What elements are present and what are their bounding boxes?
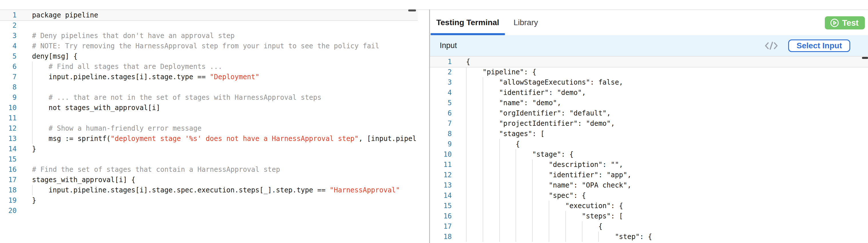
code-line[interactable]: 3 "allowStageExecutions": false, bbox=[430, 77, 868, 88]
indent-guide bbox=[483, 108, 483, 118]
line-number: 1 bbox=[430, 57, 452, 67]
code-line[interactable]: 5deny[msg] { bbox=[0, 51, 418, 62]
code-line[interactable]: 7 input.pipeline.stages[i].stage.type ==… bbox=[0, 72, 418, 82]
code-line[interactable]: 6 "orgIdentifier": "default", bbox=[430, 108, 868, 118]
indent-guide bbox=[565, 211, 566, 221]
code-token: "execution": { bbox=[466, 202, 623, 210]
indent-guide bbox=[549, 221, 549, 232]
indent-guide bbox=[466, 170, 467, 180]
code-token: input.pipeline.stages[i].stage.spec.exec… bbox=[32, 186, 330, 194]
code-line[interactable]: 5 "name": "demo", bbox=[430, 98, 868, 108]
indent-guide bbox=[32, 62, 33, 72]
indent-guide bbox=[483, 221, 483, 232]
code-line[interactable]: 11 bbox=[0, 113, 418, 123]
horizontal-scrollbar-thumb[interactable] bbox=[862, 57, 868, 59]
code-line-content bbox=[32, 154, 418, 164]
code-line[interactable]: 10 not stages_with_approval[i] bbox=[0, 103, 418, 113]
horizontal-scrollbar-thumb[interactable] bbox=[408, 9, 416, 11]
code-icon[interactable] bbox=[765, 41, 778, 50]
code-line[interactable]: 7 "projectIdentifier": "demo", bbox=[430, 118, 868, 129]
line-number: 6 bbox=[430, 108, 452, 118]
line-number: 10 bbox=[0, 103, 17, 113]
code-line[interactable]: 2 bbox=[0, 20, 418, 31]
line-number: 15 bbox=[0, 154, 17, 164]
code-line[interactable]: 15 bbox=[0, 154, 418, 164]
indent-guide bbox=[516, 221, 516, 232]
select-input-button[interactable]: Select Input bbox=[788, 39, 850, 52]
code-line[interactable]: 8 bbox=[0, 82, 418, 92]
indent-guide bbox=[499, 211, 500, 221]
tab-testing-terminal[interactable]: Testing Terminal bbox=[431, 10, 505, 35]
active-tab-underline bbox=[431, 33, 505, 35]
indent-guide bbox=[483, 77, 483, 88]
code-line[interactable]: 14 "spec": { bbox=[430, 190, 868, 201]
test-button[interactable]: Test bbox=[825, 16, 865, 29]
code-line[interactable]: 9 { bbox=[430, 139, 868, 149]
code-line[interactable]: 19} bbox=[0, 195, 418, 206]
code-line[interactable]: 12 "identifier": "app", bbox=[430, 170, 868, 180]
code-line[interactable]: 10 "stage": { bbox=[430, 149, 868, 160]
policy-editor-panel: 1package pipeline23# Deny pipelines that… bbox=[0, 10, 429, 243]
code-line-content: "execution": { bbox=[466, 201, 868, 211]
code-line[interactable]: 17stages_with_approval[i] { bbox=[0, 175, 418, 185]
code-line[interactable]: 8 "stages": [ bbox=[430, 129, 868, 139]
indent-guide bbox=[565, 221, 566, 232]
code-line[interactable]: 9 # ... that are not in the set of stage… bbox=[0, 92, 418, 103]
code-line[interactable]: 16# Find the set of stages that contain … bbox=[0, 164, 418, 175]
code-line[interactable]: 15 "execution": { bbox=[430, 201, 868, 211]
line-number: 2 bbox=[0, 20, 17, 31]
code-token: , [input.pipel bbox=[359, 135, 416, 143]
indent-guide bbox=[499, 221, 500, 232]
indent-guide bbox=[532, 232, 533, 242]
code-line[interactable]: 17 { bbox=[430, 221, 868, 232]
code-line[interactable]: 13 msg := sprintf("deployment stage '%s'… bbox=[0, 134, 418, 144]
code-line-content: # Deny pipelines that don't have an appr… bbox=[32, 31, 418, 41]
indent-guide bbox=[532, 201, 533, 211]
indent-guide bbox=[483, 180, 483, 190]
code-line[interactable]: 12 # Show a human-friendly error message bbox=[0, 123, 418, 134]
code-token: "stage": { bbox=[466, 150, 574, 159]
code-token bbox=[32, 94, 49, 102]
test-button-label: Test bbox=[842, 18, 859, 28]
indent-guide bbox=[466, 67, 467, 77]
code-line[interactable]: 20 bbox=[0, 206, 418, 216]
line-number: 11 bbox=[430, 160, 452, 170]
line-number: 9 bbox=[0, 92, 17, 103]
line-number: 8 bbox=[0, 82, 17, 92]
code-line[interactable]: 2 "pipeline": { bbox=[430, 67, 868, 77]
code-line[interactable]: 3# Deny pipelines that don't have an app… bbox=[0, 31, 418, 41]
code-line[interactable]: 11 "description": "", bbox=[430, 160, 868, 170]
code-line-content: input.pipeline.stages[i].stage.spec.exec… bbox=[32, 185, 418, 195]
code-line[interactable]: 4# NOTE: Try removing the HarnessApprova… bbox=[0, 41, 418, 51]
indent-guide bbox=[32, 82, 33, 92]
code-line[interactable]: 14} bbox=[0, 144, 418, 154]
code-line-content: deny[msg] { bbox=[32, 51, 418, 62]
code-line-content bbox=[32, 82, 418, 92]
indent-guide bbox=[483, 98, 483, 108]
line-number: 12 bbox=[0, 123, 17, 134]
code-line[interactable]: 18 "step": { bbox=[430, 232, 868, 242]
policy-code-editor[interactable]: 1package pipeline23# Deny pipelines that… bbox=[0, 10, 418, 216]
indent-guide bbox=[483, 129, 483, 139]
code-line[interactable]: 4 "identifier": "demo", bbox=[430, 88, 868, 98]
tab-library[interactable]: Library bbox=[508, 10, 544, 35]
indent-guide bbox=[32, 134, 33, 144]
code-line[interactable]: 13 "name": "OPA check", bbox=[430, 180, 868, 190]
code-token: "orgIdentifier": "default", bbox=[466, 109, 611, 117]
code-line[interactable]: 18 input.pipeline.stages[i].stage.spec.e… bbox=[0, 185, 418, 195]
code-line[interactable]: 6 # Find all stages that are Deployments… bbox=[0, 62, 418, 72]
line-number: 12 bbox=[430, 170, 452, 180]
indent-guide bbox=[516, 190, 516, 201]
input-json-editor[interactable]: 1{2 "pipeline": {3 "allowStageExecutions… bbox=[430, 57, 868, 242]
code-line[interactable]: 16 "steps": [ bbox=[430, 211, 868, 221]
code-token: "name": "demo", bbox=[466, 99, 561, 107]
code-line[interactable]: 1package pipeline bbox=[0, 10, 418, 20]
code-line-content: not stages_with_approval[i] bbox=[32, 103, 418, 113]
code-line-content: { bbox=[466, 57, 868, 67]
string-token: "HarnessApproval" bbox=[330, 186, 400, 194]
indent-guide bbox=[549, 201, 549, 211]
code-line-content: "stage": { bbox=[466, 149, 868, 160]
line-number: 4 bbox=[430, 88, 452, 98]
line-number: 20 bbox=[0, 206, 17, 216]
code-line[interactable]: 1{ bbox=[430, 57, 868, 67]
